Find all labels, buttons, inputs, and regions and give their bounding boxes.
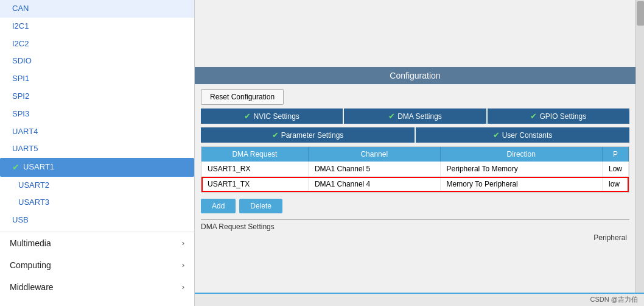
footer-text: CSDN @吉力伯 (590, 296, 638, 303)
col-header-channel: Channel (308, 147, 440, 162)
table-row[interactable]: USART1_TX DMA1 Channel 4 Memory To Perip… (201, 177, 629, 192)
sidebar-item-spi1[interactable]: SPI1 (0, 70, 194, 88)
sidebar-item-usb[interactable]: USB (0, 212, 194, 229)
cell-priority: Low (602, 162, 628, 177)
col-header-priority: P (602, 147, 628, 162)
config-header: Configuration (195, 67, 635, 84)
tab-parameter-settings[interactable]: ✔ Parameter Settings (201, 127, 415, 143)
sidebar-section-computing[interactable]: Computing › (0, 254, 194, 276)
delete-button[interactable]: Delete (239, 199, 282, 213)
sidebar-item-sdio[interactable]: SDIO (0, 52, 194, 70)
tab-dma-settings[interactable]: ✔ DMA Settings (344, 109, 486, 124)
cell-channel: DMA1 Channel 5 (308, 162, 440, 177)
chevron-right-icon: › (182, 238, 184, 247)
reset-config-button[interactable]: Reset Configuration (201, 89, 284, 105)
add-button[interactable]: Add (201, 199, 236, 213)
sidebar-item-i2c2[interactable]: I2C2 (0, 35, 194, 53)
peripheral-label: Peripheral (593, 233, 627, 242)
chevron-right-icon: › (182, 282, 184, 291)
cell-channel: DMA1 Channel 4 (308, 177, 440, 192)
tab-user-constants[interactable]: ✔ User Constants (416, 127, 629, 143)
user-check-icon: ✔ (493, 130, 500, 140)
footer-bar: CSDN @吉力伯 (195, 293, 644, 306)
config-panel: Configuration Reset Configuration ✔ NVIC… (195, 67, 635, 293)
dma-settings-label: DMA Request Settings (201, 219, 629, 231)
sidebar-section-middleware[interactable]: Middleware › (0, 276, 194, 298)
cell-dma-request: USART1_RX (201, 162, 308, 177)
col-header-dma-request: DMA Request (201, 147, 308, 162)
sidebar-item-spi2[interactable]: SPI2 (0, 88, 194, 105)
sidebar: CAN I2C1 I2C2 SDIO SPI1 SPI2 SPI3 UART4 … (0, 0, 195, 306)
action-buttons: Add Delete (201, 199, 629, 213)
gpio-check-icon: ✔ (530, 112, 537, 121)
main-wrapper: Configuration Reset Configuration ✔ NVIC… (195, 0, 644, 306)
nvic-check-icon: ✔ (244, 112, 251, 121)
sidebar-section-multimedia[interactable]: Multimedia › (0, 232, 194, 254)
table-row[interactable]: USART1_RX DMA1 Channel 5 Peripheral To M… (201, 162, 629, 177)
cell-direction: Peripheral To Memory (440, 162, 602, 177)
tab-nvic-settings[interactable]: ✔ NVIC Settings (201, 109, 343, 124)
center-panel: Configuration Reset Configuration ✔ NVIC… (195, 0, 635, 293)
cell-direction: Memory To Peripheral (440, 177, 602, 192)
dma-table: DMA Request Channel Direction P USART1_R… (201, 147, 629, 192)
tabs-row-2: ✔ Parameter Settings ✔ User Constants (201, 127, 629, 143)
param-check-icon: ✔ (272, 130, 279, 140)
config-body: Reset Configuration ✔ NVIC Settings ✔ DM… (195, 84, 635, 293)
sidebar-item-usart2[interactable]: USART2 (0, 177, 194, 194)
peripheral-row: Peripheral (201, 233, 629, 242)
dma-settings-section: DMA Request Settings Peripheral (201, 219, 629, 242)
col-header-direction: Direction (440, 147, 602, 162)
sidebar-item-i2c1[interactable]: I2C1 (0, 18, 194, 35)
content-area: Configuration Reset Configuration ✔ NVIC… (195, 0, 644, 293)
sidebar-item-uart5[interactable]: UART5 (0, 140, 194, 158)
sidebar-item-spi3[interactable]: SPI3 (0, 105, 194, 123)
sidebar-item-can[interactable]: CAN (0, 0, 194, 18)
chevron-right-icon: › (182, 260, 184, 269)
sidebar-item-usart3[interactable]: USART3 (0, 194, 194, 212)
cell-priority: low (602, 177, 628, 192)
dma-check-icon: ✔ (388, 112, 395, 121)
check-icon: ✔ (12, 160, 19, 174)
sidebar-item-uart4[interactable]: UART4 (0, 123, 194, 141)
dma-table-container: DMA Request Channel Direction P USART1_R… (201, 146, 629, 193)
scrollbar[interactable] (635, 0, 644, 293)
tab-gpio-settings[interactable]: ✔ GPIO Settings (488, 109, 629, 124)
cell-dma-request: USART1_TX (201, 177, 308, 192)
tabs-row-1: ✔ NVIC Settings ✔ DMA Settings ✔ GPIO Se… (201, 109, 629, 124)
sidebar-sections: Multimedia › Computing › Middleware › (0, 232, 194, 298)
scroll-thumb[interactable] (637, 1, 644, 26)
top-spacer (195, 0, 635, 67)
sidebar-item-usart1[interactable]: ✔ USART1 (0, 158, 194, 176)
